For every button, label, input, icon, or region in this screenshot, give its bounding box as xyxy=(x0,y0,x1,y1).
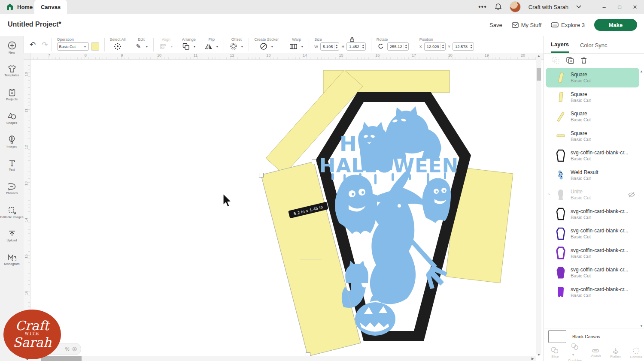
rotate-stepper[interactable] xyxy=(404,44,407,49)
scroll-up-icon[interactable]: ▲ xyxy=(537,54,541,58)
vertical-scroll-thumb[interactable] xyxy=(537,68,541,81)
attach-button[interactable]: Attach xyxy=(591,349,601,358)
color-swatch[interactable] xyxy=(91,42,99,51)
rotate-value: 255.12 xyxy=(390,44,402,49)
slice-button[interactable]: Slice xyxy=(551,347,559,358)
layer-row-11[interactable]: svg-coffin-card-blank-cr...Basic Cut xyxy=(544,283,641,302)
layer-thumb xyxy=(556,149,565,162)
layer-row-3[interactable]: SquareBasic Cut xyxy=(544,126,641,146)
pencil-icon[interactable]: ✎ xyxy=(134,42,143,50)
offset-icon[interactable] xyxy=(229,42,238,50)
selection-handle-top-right[interactable] xyxy=(312,159,316,164)
flatten-button[interactable]: Flatten xyxy=(610,348,620,358)
arrange-caret-icon[interactable]: ▼ xyxy=(193,45,196,48)
position-x-input[interactable]: 12.929 xyxy=(424,42,446,51)
account-name[interactable]: Craft with Sarah xyxy=(529,4,568,10)
flip-icon[interactable] xyxy=(204,42,213,50)
machine-select-button[interactable]: Explore 3 xyxy=(551,22,585,28)
offset-caret-icon[interactable]: ▼ xyxy=(240,45,243,48)
sidebar-item-text[interactable]: Text xyxy=(0,154,24,177)
layer-thumb xyxy=(556,208,565,220)
contour-button[interactable]: Contour xyxy=(630,347,642,359)
sidebar-item-label: Upload xyxy=(7,239,17,243)
redo-icon[interactable]: ↷ xyxy=(42,40,48,49)
position-y-input[interactable]: 12.578 xyxy=(453,42,474,51)
layer-row-0[interactable]: SquareBasic Cut xyxy=(546,68,639,87)
layer-thumb xyxy=(556,71,565,84)
create-sticker-caret-icon[interactable]: ▼ xyxy=(270,45,273,48)
layer-row-1[interactable]: SquareBasic Cut xyxy=(544,87,641,107)
horizontal-scroll-thumb[interactable] xyxy=(41,356,82,361)
tab-canvas[interactable]: Canvas xyxy=(34,0,67,14)
rotate-input[interactable]: 255.12 xyxy=(387,42,409,51)
undo-icon[interactable]: ↶ xyxy=(30,40,36,49)
flip-caret-icon[interactable]: ▼ xyxy=(216,45,219,48)
sidebar-item-images[interactable]: Images xyxy=(0,130,24,154)
width-stepper[interactable] xyxy=(334,44,338,49)
height-input[interactable]: 1.452 xyxy=(346,42,366,51)
minimize-button[interactable]: – xyxy=(600,4,608,10)
layer-row-10[interactable]: svg-coffin-card-blank-cr...Basic Cut xyxy=(544,263,641,283)
layer-row-2[interactable]: SquareBasic Cut xyxy=(544,107,641,126)
position-y-stepper[interactable] xyxy=(469,44,473,49)
size-group: Size W 5.195 H 1.452 xyxy=(310,36,370,53)
expand-chevron-icon[interactable]: › xyxy=(548,192,550,196)
warp-icon[interactable] xyxy=(289,42,298,50)
scroll-down-icon[interactable]: ▼ xyxy=(537,353,541,357)
rotate-icon[interactable] xyxy=(377,43,385,51)
tab-home[interactable]: Home xyxy=(6,0,33,14)
warp-caret-icon[interactable]: ▼ xyxy=(301,45,304,48)
close-button[interactable]: ✕ xyxy=(631,4,639,10)
layer-row-7[interactable]: svg-coffin-card-blank-cr...Basic Cut xyxy=(544,205,641,224)
create-sticker-icon[interactable] xyxy=(259,42,268,50)
panel-scroll-up-icon[interactable]: ▲ xyxy=(640,69,643,73)
more-menu-icon[interactable]: ••• xyxy=(478,3,487,11)
project-title[interactable]: Untitled Project* xyxy=(8,21,61,28)
layer-row-9[interactable]: svg-coffin-card-blank-cr...Basic Cut xyxy=(544,244,641,263)
avatar[interactable] xyxy=(510,1,521,12)
combine-button[interactable]: ▼Combine xyxy=(568,343,582,361)
width-input[interactable]: 5.195 xyxy=(320,42,340,51)
save-button[interactable]: Save xyxy=(489,22,502,28)
canvas-horizontal-scrollbar[interactable]: ◀ ▶ xyxy=(24,356,536,361)
sidebar-item-new[interactable]: New xyxy=(0,36,24,60)
panel-scroll-down-icon[interactable]: ▼ xyxy=(640,324,643,328)
sidebar-item-phrases[interactable]: Phrases xyxy=(0,177,24,201)
tab-color-sync[interactable]: Color Sync xyxy=(580,37,608,52)
my-stuff-button[interactable]: My Stuff xyxy=(512,22,541,28)
trash-icon[interactable] xyxy=(581,57,587,64)
sidebar-item-projects[interactable]: Projects xyxy=(0,83,24,107)
layer-name: svg-coffin-card-blank-cr... xyxy=(571,228,629,234)
make-button[interactable]: Make xyxy=(594,19,637,31)
layer-row-8[interactable]: svg-coffin-card-blank-cr...Basic Cut xyxy=(544,224,641,244)
scroll-right-icon[interactable]: ▶ xyxy=(532,357,534,361)
height-stepper[interactable] xyxy=(361,44,365,49)
select-all-icon[interactable] xyxy=(113,42,122,50)
operation-select[interactable]: Basic Cut▼ xyxy=(57,42,89,51)
sidebar-item-upload[interactable]: Upload xyxy=(0,225,24,248)
sidebar-item-editable-images[interactable]: Editable Images xyxy=(0,201,24,225)
selection-handle-top-left[interactable] xyxy=(259,173,264,177)
design-canvas[interactable]: 7891011121314151617181920 10111213141516 xyxy=(24,53,544,361)
maximize-button[interactable]: ▢ xyxy=(616,5,623,9)
layer-row-6[interactable]: ›UniteBasic Cut xyxy=(544,185,641,205)
sidebar-item-templates[interactable]: Templates xyxy=(0,60,24,83)
duplicate-icon[interactable] xyxy=(566,57,574,64)
notifications-bell-icon[interactable] xyxy=(495,3,502,11)
eye-off-icon[interactable] xyxy=(628,192,635,198)
arrange-icon[interactable] xyxy=(182,42,190,50)
chevron-down-icon[interactable] xyxy=(576,5,581,9)
layer-row-5[interactable]: Weld ResultBasic Cut xyxy=(544,165,641,185)
layer-type: Basic Cut xyxy=(571,176,598,181)
tab-layers[interactable]: Layers xyxy=(551,36,569,53)
canvas-vertical-scrollbar[interactable]: ▲ ▼ xyxy=(536,55,541,356)
sidebar-item-monogram[interactable]: Monogram xyxy=(0,248,24,272)
lock-icon[interactable] xyxy=(349,37,355,42)
edit-caret-icon[interactable]: ▼ xyxy=(146,45,149,48)
position-x-stepper[interactable] xyxy=(440,44,444,49)
blank-canvas-row[interactable]: Blank Canvas xyxy=(544,328,644,344)
sidebar-item-shapes[interactable]: Shapes xyxy=(0,107,24,130)
speech-bubble-icon xyxy=(8,183,16,190)
layer-row-4[interactable]: svg-coffin-card-blank-cr...Basic Cut xyxy=(544,146,641,165)
zoom-in-icon[interactable]: ⊕ xyxy=(72,345,77,353)
